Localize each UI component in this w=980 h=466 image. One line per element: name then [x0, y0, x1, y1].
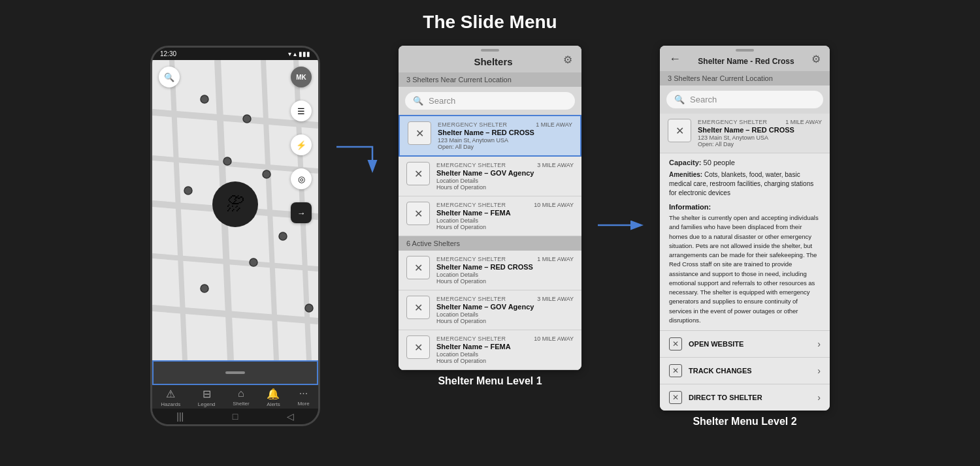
map-layers-btn[interactable]: ☰: [291, 101, 312, 121]
level2-search-text: Search: [690, 95, 717, 104]
level1-shelter-1[interactable]: ✕ EMERGENCY SHELTER 3 MILE AWAY Shelter …: [399, 157, 581, 196]
svg-point-18: [305, 304, 313, 312]
slide-handle-area[interactable]: [152, 360, 318, 385]
level2-capacity: Capacity: 50 people: [660, 153, 830, 169]
slide-handle: [225, 371, 245, 374]
direct-shelter-chevron: ›: [817, 392, 821, 403]
level2-search-bar[interactable]: 🔍 Search: [666, 91, 823, 108]
shelter-address-1: Location Details: [436, 178, 574, 184]
phone-status-bar: 12:30 ▾ ▴ ▮▮▮: [152, 48, 318, 60]
amenities-label: Amenities:: [669, 171, 702, 178]
active-shelter-distance-0: 1 MILE AWAY: [537, 256, 574, 262]
active-shelter-name-1: Shelter Name – GOV Agency: [436, 303, 574, 311]
shelter-type-2: EMERGENCY SHELTER: [436, 202, 506, 208]
nav-hazards[interactable]: ⚠ Hazards: [161, 388, 180, 407]
level1-search-bar[interactable]: 🔍 Search: [405, 92, 575, 110]
level2-panel: ← Shelter Name - Red Cross ⚙ 3 Shelters …: [660, 46, 830, 411]
map-weather-btn[interactable]: ⚡: [291, 134, 312, 155]
active-shelter-name-0: Shelter Name – RED CROSS: [436, 263, 574, 271]
shelter-address-0: 123 Main St, Anytown USA: [438, 137, 572, 144]
search-icon-1: 🔍: [413, 96, 423, 106]
more-icon: ···: [299, 388, 308, 399]
active-shelter-icon-0: ✕: [406, 256, 430, 279]
active-shelter-top-row-1: EMERGENCY SHELTER 3 MILE AWAY: [436, 296, 574, 302]
track-changes-label: TRACK CHANGES: [689, 367, 811, 375]
shelter-info-0: EMERGENCY SHELTER 1 MILE AWAY Shelter Na…: [438, 121, 572, 150]
arrow2-container: [595, 215, 647, 235]
level2-title: Shelter Name - Red Cross: [681, 57, 811, 66]
arrow1-container: [333, 137, 385, 176]
level1-active-shelter-2[interactable]: ✕ EMERGENCY SHELTER 10 MILE AWAY Shelter…: [399, 330, 581, 370]
action-direct-to-shelter[interactable]: ✕ DIRECT TO SHELTER ›: [660, 384, 830, 411]
level1-wrapper: Shelters ⚙ 3 Shelters Near Current Locat…: [399, 39, 581, 387]
level1-search-text: Search: [429, 96, 455, 106]
level2-label: Shelter Menu Level 2: [693, 416, 796, 427]
alerts-label: Alerts: [267, 401, 280, 407]
action-open-website[interactable]: ✕ OPEN WEBSITE ›: [660, 330, 830, 357]
map-location-btn[interactable]: ◎: [291, 168, 312, 189]
search-icon-2: 🔍: [674, 95, 685, 104]
svg-point-11: [243, 115, 251, 123]
shelter-name-0: Shelter Name – RED CROSS: [438, 129, 572, 136]
shelter-name-2: Shelter Name – FEMA: [436, 209, 574, 217]
map-user-btn[interactable]: MK: [291, 67, 312, 87]
phone-wrapper: 12:30 ▾ ▴ ▮▮▮: [150, 39, 320, 426]
active-shelter-address-1: Location Details: [436, 311, 574, 318]
nav-legend[interactable]: ⊟ Legend: [198, 388, 216, 407]
sys-home[interactable]: □: [233, 411, 238, 422]
legend-icon: ⊟: [203, 388, 211, 400]
active-shelter-info-1: EMERGENCY SHELTER 3 MILE AWAY Shelter Na…: [436, 296, 574, 324]
sys-back[interactable]: ◁: [287, 411, 294, 422]
map-forward-btn[interactable]: →: [291, 202, 312, 223]
active-shelter-type-1: EMERGENCY SHELTER: [436, 296, 506, 302]
nav-more[interactable]: ··· More: [297, 388, 309, 407]
nav-alerts[interactable]: 🔔 Alerts: [267, 388, 280, 407]
svg-point-13: [184, 187, 192, 194]
active-shelter-distance-2: 10 MILE AWAY: [534, 335, 574, 342]
level1-shelter-0[interactable]: ✕ EMERGENCY SHELTER 1 MILE AWAY Shelter …: [399, 115, 581, 157]
shelter-hours-0: Open: All Day: [438, 144, 572, 150]
level1-section2-header: 6 Active Shelters: [399, 236, 581, 251]
level2-shelter-name: Shelter Name – RED CROSS: [698, 126, 822, 134]
level1-settings-btn[interactable]: ⚙: [563, 54, 572, 66]
shelter-distance-1: 3 MILE AWAY: [537, 162, 574, 168]
level1-active-shelter-1[interactable]: ✕ EMERGENCY SHELTER 3 MILE AWAY Shelter …: [399, 290, 581, 330]
svg-point-17: [201, 285, 208, 292]
level2-back-btn[interactable]: ←: [669, 52, 681, 66]
capacity-label: Capacity:: [669, 159, 702, 166]
active-shelter-icon-1: ✕: [406, 296, 430, 319]
hazards-icon: ⚠: [166, 388, 175, 400]
shelter-info-1: EMERGENCY SHELTER 3 MILE AWAY Shelter Na…: [436, 162, 574, 191]
sys-recents[interactable]: |||: [176, 411, 184, 422]
shelter-top-row-1: EMERGENCY SHELTER 3 MILE AWAY: [436, 162, 574, 168]
shelter-label: Shelter: [233, 401, 249, 407]
active-shelter-top-row-2: EMERGENCY SHELTER 10 MILE AWAY: [436, 335, 574, 342]
phone-mockup: 12:30 ▾ ▴ ▮▮▮: [150, 46, 320, 426]
level2-search-container: 🔍 Search: [660, 85, 830, 114]
panel-handle-1: [481, 49, 499, 52]
level1-title: Shelters: [423, 56, 563, 67]
shelter-icon: ⌂: [238, 388, 244, 399]
svg-point-15: [279, 232, 287, 240]
weather-icon: ⛈: [226, 193, 244, 215]
active-shelter-icon-2: ✕: [406, 335, 430, 359]
level1-active-shelter-0[interactable]: ✕ EMERGENCY SHELTER 1 MILE AWAY Shelter …: [399, 251, 581, 290]
level2-shelter-hours: Open: All Day: [698, 141, 822, 148]
map-search-btn[interactable]: 🔍: [159, 67, 180, 87]
nav-shelter[interactable]: ⌂ Shelter: [233, 388, 249, 407]
active-shelter-address-0: Location Details: [436, 272, 574, 278]
level2-shelter-top-row: EMERGENCY SHELTER 1 MILE AWAY: [698, 119, 822, 125]
shelter-address-2: Location Details: [436, 217, 574, 224]
level2-shelter-info: EMERGENCY SHELTER 1 MILE AWAY Shelter Na…: [698, 119, 822, 148]
alerts-icon: 🔔: [267, 388, 280, 400]
active-shelter-distance-1: 3 MILE AWAY: [537, 296, 574, 302]
level2-settings-btn[interactable]: ⚙: [811, 53, 821, 65]
level2-selected-shelter[interactable]: ✕ EMERGENCY SHELTER 1 MILE AWAY Shelter …: [660, 114, 830, 153]
level1-shelter-2[interactable]: ✕ EMERGENCY SHELTER 10 MILE AWAY Shelter…: [399, 196, 581, 236]
more-label: More: [297, 401, 309, 407]
shelter-info-2: EMERGENCY SHELTER 10 MILE AWAY Shelter N…: [436, 202, 574, 230]
svg-point-10: [201, 95, 208, 103]
level2-wrapper: ← Shelter Name - Red Cross ⚙ 3 Shelters …: [660, 39, 830, 427]
action-track-changes[interactable]: ✕ TRACK CHANGES ›: [660, 357, 830, 384]
open-website-label: OPEN WEBSITE: [689, 340, 811, 348]
